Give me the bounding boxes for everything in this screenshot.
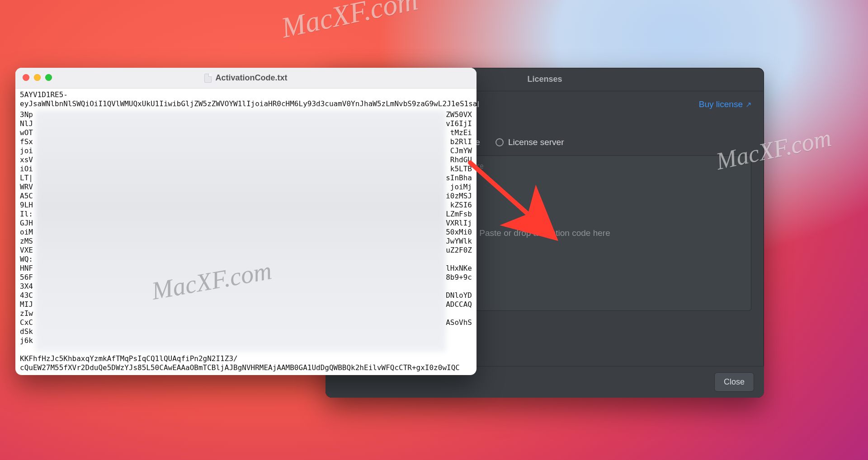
text-titlebar: ActivationCode.txt <box>15 68 476 89</box>
maximize-icon[interactable] <box>45 74 52 81</box>
text-editor-content[interactable]: 5AYV1D1RE5- eyJsaWNlbnNlSWQiOiI1QVlWMUQx… <box>15 89 476 375</box>
radio-license-server[interactable]: License server <box>495 137 564 147</box>
desktop-background: MacXF.com Licenses Activate PyCharm Star… <box>0 0 868 460</box>
code-right-fragments: ZW50VX vI6IjI tMzEi b2RlI CJmYW RhdGU k5… <box>446 110 472 352</box>
document-filename: ActivationCode.txt <box>215 73 287 83</box>
close-button[interactable]: Close <box>714 372 754 392</box>
window-controls <box>23 74 52 81</box>
watermark-top: MacXF.com <box>278 0 421 45</box>
activation-code-line-2: eyJsaWNlbnNlSWQiOiI1QVlWMUQxUkU1IiwibGlj… <box>20 99 472 108</box>
external-link-icon: ↗ <box>745 100 751 109</box>
buy-license-label: Buy license <box>699 99 743 109</box>
blurred-code-region <box>35 110 446 352</box>
minimize-icon[interactable] <box>34 74 41 81</box>
licenses-title: Licenses <box>527 75 562 84</box>
text-editor-window: ActivationCode.txt 5AYV1D1RE5- eyJsaWNlb… <box>15 68 476 375</box>
close-icon[interactable] <box>23 74 29 81</box>
code-left-fragments: 3Np NlJ wOT fSx joi xsV iOi LT| WRV A5C … <box>20 110 33 352</box>
activation-code-line-bottom-1: KKFhfHzJc5KhbaxqYzmkAfTMqPsIqCQ1lQUAqfiP… <box>20 354 472 363</box>
radio-dot-icon <box>495 138 504 146</box>
buy-license-link[interactable]: Buy license ↗ <box>699 99 751 109</box>
activation-code-line-bottom-2: cQuEW27M55fXVr2DduQe5DWzYJs85L50CAwEAAaO… <box>20 363 472 372</box>
document-icon <box>204 74 212 83</box>
activation-code-line-1: 5AYV1D1RE5- <box>20 90 472 99</box>
document-title: ActivationCode.txt <box>204 73 287 83</box>
radio-license-server-label: License server <box>508 137 564 147</box>
